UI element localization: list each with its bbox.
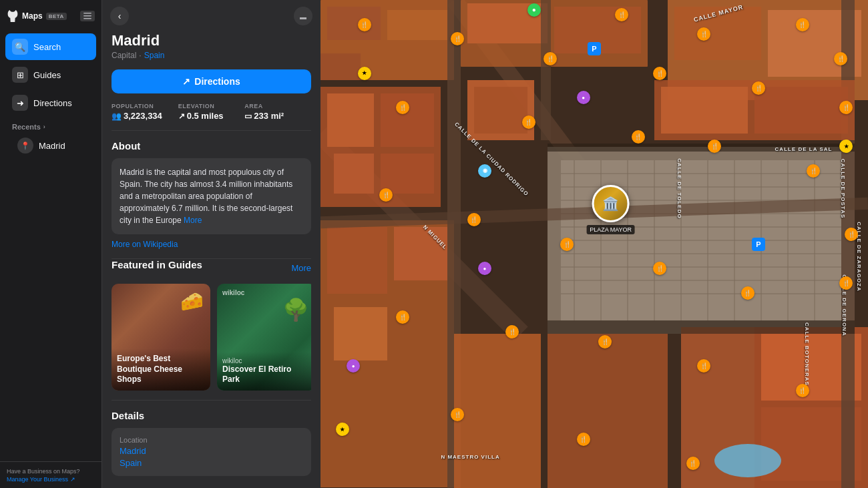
map-pin-star-1[interactable]: ★ [358,67,371,80]
map-pin-1[interactable]: 🍴 [358,18,371,31]
guide-card-boutique-cheese[interactable]: 🧀 Europe's Best Boutique Cheese Shops [112,284,210,391]
guides-more-link[interactable]: More [291,263,311,273]
map-pin-8[interactable]: 🍴 [752,81,765,95]
map-pin-16[interactable]: 🍴 [560,238,574,251]
elevation-value: ↗ 0.5 miles [178,111,245,121]
svg-rect-1 [83,15,91,17]
svg-rect-52 [541,0,551,140]
svg-rect-59 [454,334,541,488]
svg-rect-39 [327,93,374,147]
recents-label: Recents [12,123,41,131]
directions-nav-icon: ➜ [12,95,28,111]
map-pin-teal-1[interactable]: ◉ [478,164,491,178]
directions-button[interactable]: ↗ Directions [112,69,311,93]
map-pin-19[interactable]: 🍴 [396,310,409,324]
map-pin-5[interactable]: 🍴 [796,18,809,31]
svg-rect-45 [394,227,447,280]
parking-pin-2[interactable]: P [752,238,765,251]
guide-card-2-sublabel: wikiloc [222,357,310,364]
svg-rect-40 [381,93,434,147]
panel-top-bar: ‹ [102,0,320,32]
guide-card-2-overlay: wikiloc Discover El Retiro Park [217,352,311,391]
elevation-icon: ↗ [178,111,185,121]
area-label: AREA [244,103,311,109]
street-label-sal: CALLE DE LA SAL [775,146,833,152]
map-pin-11[interactable]: 🍴 [632,130,645,144]
map-pin-17[interactable]: 🍴 [653,262,666,275]
sidebar-search-label: Search [33,42,61,52]
map-pin-21[interactable]: 🍴 [598,335,612,348]
map-pin-22[interactable]: 🍴 [697,359,710,373]
population-value: 👥 3,223,334 [112,111,178,121]
map-pin-18[interactable]: 🍴 [741,286,754,300]
svg-rect-2 [83,18,91,19]
map-area[interactable]: CALLE MAYOR CALLE DE LA CIUDAD RODRIGO C… [320,0,868,488]
svg-rect-60 [548,334,668,488]
map-pin-20[interactable]: 🍴 [505,325,519,338]
map-pin-23[interactable]: 🍴 [796,384,809,397]
location-type: Capital [112,51,136,60]
map-pin-3[interactable]: 🍴 [615,8,628,21]
svg-rect-8 [387,10,447,40]
map-pin-7[interactable]: 🍴 [653,67,666,80]
street-label-botoneras: CALLE BOTONERAS [804,322,810,386]
sidebar-collapse-button[interactable] [80,11,95,21]
guide-card-retiro-park[interactable]: wikiloc 🌳 wikiloc Discover El Retiro Par… [217,284,311,391]
wikipedia-link[interactable]: More on Wikipedia [112,240,311,249]
map-pin-10[interactable]: 🍴 [522,115,535,129]
map-pin-6[interactable]: 🍴 [544,52,557,65]
back-button[interactable]: ‹ [110,7,129,25]
map-pin-28[interactable]: 🍴 [839,101,853,114]
map-pin-purple-2[interactable]: ● [478,262,491,275]
stats-row: POPULATION 👥 3,223,334 ELEVATION ↗ 0.5 m… [102,103,320,130]
guide-card-2-decoration: 🌳 [282,297,309,322]
map-pin-purple-3[interactable]: ● [347,359,360,373]
guide-card-1-overlay: Europe's Best Boutique Cheese Shops [112,348,210,391]
parking-pin-1[interactable]: P [588,42,601,55]
business-link[interactable]: Manage Your Business ↗ [7,476,95,483]
sidebar-item-guides[interactable]: ⊞ Guides [5,61,96,88]
map-pin-2[interactable]: 🍴 [451,32,464,45]
recents-item-madrid[interactable]: 📍 Madrid [12,134,89,158]
details-section: Details Location Madrid Spain [102,401,320,485]
map-pin-26[interactable]: 🍴 [686,457,700,470]
sidebar-item-directions[interactable]: ➜ Directions [5,89,96,116]
recents-section: Recents › 📍 Madrid [0,119,101,162]
about-text-box: Madrid is the capital and most populous … [112,158,311,234]
sidebar-item-search[interactable]: 🔍 Search [5,33,96,60]
guides-title: Featured in Guides [112,259,202,270]
directions-btn-icon: ↗ [182,76,190,87]
map-pin-24[interactable]: 🍴 [451,408,464,421]
map-pin-15[interactable]: 🍴 [467,213,481,226]
map-pin-27[interactable]: 🍴 [834,52,847,65]
about-more-link[interactable]: More [184,216,202,225]
map-pin-9[interactable]: 🍴 [396,101,409,114]
location-country-link[interactable]: Spain [144,51,165,60]
share-button[interactable] [294,7,312,25]
sidebar-footer: Have a Business on Maps? Manage Your Bus… [0,461,101,488]
map-pin-star-3[interactable]: ★ [336,423,349,436]
population-label: POPULATION [112,103,178,109]
map-pin-12[interactable]: 🍴 [708,140,721,153]
plaza-mayor-marker[interactable]: 🏛️ PLAZA MAYOR [586,185,635,234]
map-pin-purple-1[interactable]: ● [577,91,590,104]
map-pin-29[interactable]: 🍴 [845,228,858,241]
location-spain-link[interactable]: Spain [120,458,303,468]
location-madrid-link[interactable]: Madrid [120,446,303,456]
map-pin-25[interactable]: 🍴 [577,433,590,446]
guide-card-1-decoration: 🧀 [180,290,204,312]
map-pin-green-1[interactable]: ● [527,3,541,17]
recents-header[interactable]: Recents › [12,123,89,131]
location-detail-row: Location Madrid Spain [120,436,303,468]
detail-panel: ‹ Madrid Capital · Spain ↗ Directions PO… [102,0,320,488]
about-section: About Madrid is the capital and most pop… [102,131,320,258]
map-pin-30[interactable]: 🍴 [839,276,853,290]
map-pin-4[interactable]: 🍴 [697,27,710,41]
map-background [320,0,868,488]
svg-rect-58 [754,87,848,134]
app-title: Maps [22,11,43,21]
map-pin-14[interactable]: 🍴 [379,188,393,202]
guide-card-2-title: Discover El Retiro Park [222,364,310,385]
map-pin-star-2[interactable]: ★ [839,140,853,153]
map-pin-13[interactable]: 🍴 [807,164,820,178]
